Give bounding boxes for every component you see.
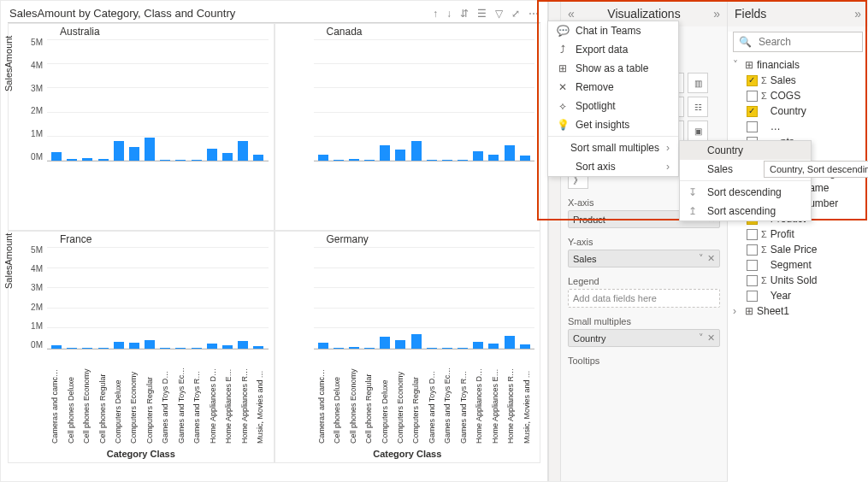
bar[interactable] <box>222 153 233 161</box>
bar[interactable] <box>442 348 452 349</box>
checkbox[interactable] <box>747 229 758 240</box>
menu-item[interactable]: 💬Chat in Teams <box>548 21 678 40</box>
bar[interactable] <box>238 341 248 349</box>
bar[interactable] <box>442 160 452 161</box>
filter-icon[interactable]: ▽ <box>495 8 503 20</box>
bar[interactable] <box>318 155 328 161</box>
bar[interactable] <box>473 151 483 161</box>
submenu-sort-ascending[interactable]: ↥ Sort ascending <box>680 202 811 220</box>
bar[interactable] <box>51 345 62 349</box>
plot[interactable] <box>275 38 540 179</box>
drill-up-icon[interactable]: ↑ <box>433 8 438 20</box>
remove-pill-icon[interactable]: ✕ <box>707 332 715 344</box>
chevron-down-icon[interactable]: ˅ <box>699 332 704 344</box>
bar[interactable] <box>222 345 233 349</box>
field-item[interactable]: ΣProfit <box>747 226 863 242</box>
bar[interactable] <box>160 160 170 161</box>
collapse-panel-icon[interactable]: « <box>568 7 575 21</box>
bar[interactable] <box>192 348 202 349</box>
field-item[interactable]: ΣCOGS <box>747 88 863 103</box>
legend-well-drop[interactable]: Add data fields here <box>568 289 720 308</box>
menu-item[interactable]: 💡Get insights <box>548 115 678 134</box>
bar[interactable] <box>253 155 263 161</box>
checkbox[interactable] <box>747 106 758 117</box>
bar[interactable] <box>82 348 92 349</box>
bar[interactable] <box>473 342 483 349</box>
field-item[interactable]: ΣUnits Sold <box>747 273 863 288</box>
sm-well-pill[interactable]: Country ˅✕ <box>568 329 720 347</box>
bar[interactable] <box>458 160 468 161</box>
bar[interactable] <box>349 159 359 161</box>
checkbox[interactable] <box>747 244 758 256</box>
bar[interactable] <box>114 141 124 161</box>
bar[interactable] <box>427 348 437 349</box>
bar[interactable] <box>67 159 77 161</box>
checkbox[interactable] <box>747 275 758 286</box>
checkbox[interactable] <box>747 260 758 271</box>
viz-type-icon[interactable]: ▥ <box>688 73 708 93</box>
submenu-sort-descending[interactable]: ↧ Sort descending <box>680 183 811 202</box>
field-item[interactable]: ΣCountry <box>747 103 863 119</box>
bar[interactable] <box>129 147 139 161</box>
bar[interactable] <box>364 160 375 161</box>
bar[interactable] <box>160 348 170 349</box>
menu-item[interactable]: ✕Remove <box>548 78 678 97</box>
bar[interactable] <box>238 141 248 161</box>
checkbox[interactable] <box>747 291 758 302</box>
menu-item[interactable]: ⤴Export data <box>548 40 678 59</box>
chevron-down-icon[interactable]: ˅ <box>699 253 704 264</box>
bar[interactable] <box>207 344 217 349</box>
more-options-icon[interactable]: ⋯ <box>528 8 539 20</box>
bar[interactable] <box>175 160 186 161</box>
field-item[interactable]: ΣSales <box>747 73 863 88</box>
bar[interactable] <box>129 343 139 349</box>
bar[interactable] <box>318 343 328 349</box>
focus-mode-icon[interactable]: ⤢ <box>511 8 520 20</box>
remove-pill-icon[interactable]: ✕ <box>707 253 715 264</box>
bar[interactable] <box>505 145 515 161</box>
bar[interactable] <box>458 348 468 349</box>
field-item[interactable]: ΣYear <box>747 288 863 303</box>
bar[interactable] <box>380 337 390 349</box>
menu-item[interactable]: ⟡Spotlight <box>548 97 678 115</box>
bar[interactable] <box>395 340 405 349</box>
bar[interactable] <box>520 344 530 349</box>
bar[interactable] <box>395 150 405 161</box>
fields-search[interactable]: 🔍 <box>733 32 863 52</box>
drill-hierarchy-icon[interactable]: ☰ <box>477 8 487 20</box>
bar[interactable] <box>98 348 109 349</box>
submenu-country[interactable]: Country <box>680 141 811 160</box>
menu-sort-axis[interactable]: Sort axis › <box>548 157 678 176</box>
drill-down-icon[interactable]: ↓ <box>446 8 452 20</box>
checkbox[interactable] <box>747 75 758 86</box>
table-node[interactable]: ˅ ⊞ financials <box>733 57 863 73</box>
bar[interactable] <box>207 149 217 161</box>
bar[interactable] <box>427 160 437 161</box>
bar[interactable] <box>98 159 109 161</box>
bar[interactable] <box>145 340 155 349</box>
field-item[interactable]: Σ… <box>747 119 863 134</box>
bar[interactable] <box>380 145 390 161</box>
bar[interactable] <box>67 348 77 349</box>
bar[interactable] <box>488 155 499 161</box>
bar[interactable] <box>175 348 186 349</box>
bar[interactable] <box>192 160 202 161</box>
checkbox[interactable] <box>747 121 758 132</box>
yaxis-well-pill[interactable]: Sales ˅✕ <box>568 250 720 267</box>
menu-sort-small-multiples[interactable]: Sort small multiples › <box>548 138 678 157</box>
viz-type-icon[interactable]: ☷ <box>688 97 708 117</box>
viz-type-icon[interactable]: ▣ <box>688 120 708 141</box>
table-node[interactable]: › ⊞ Sheet1 <box>733 303 863 319</box>
bar[interactable] <box>253 346 263 349</box>
bar[interactable] <box>334 160 344 161</box>
expand-panel-icon[interactable]: » <box>854 7 861 21</box>
checkbox[interactable] <box>747 91 758 102</box>
expand-panel-icon[interactable]: » <box>713 7 720 21</box>
bar[interactable] <box>349 347 359 349</box>
bar[interactable] <box>411 334 422 349</box>
bar[interactable] <box>488 344 499 349</box>
bar[interactable] <box>364 348 375 349</box>
bar[interactable] <box>51 152 62 161</box>
bar[interactable] <box>411 141 422 161</box>
plot[interactable]: SalesAmount5M4M3M2M1M0M <box>9 38 274 179</box>
